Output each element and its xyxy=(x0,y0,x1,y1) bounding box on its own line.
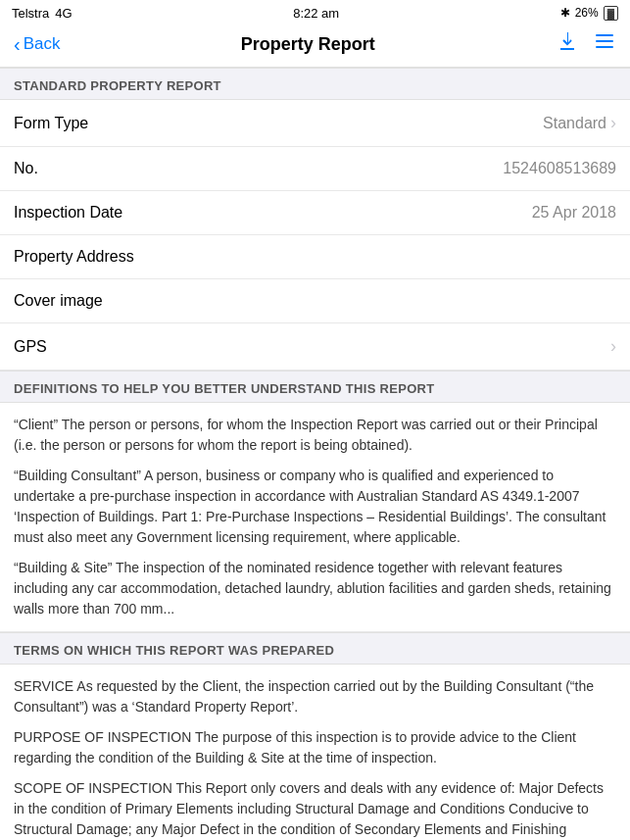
row-label-inspection-date: Inspection Date xyxy=(14,204,122,222)
carrier-label: Telstra xyxy=(12,6,49,21)
network-type-label: 4G xyxy=(55,6,72,21)
row-inspection-date: Inspection Date25 Apr 2018 xyxy=(0,191,630,235)
chevron-icon-form-type: › xyxy=(610,113,616,133)
row-value-no: 1524608513689 xyxy=(503,160,616,177)
row-value-form-type: Standard› xyxy=(543,113,616,133)
battery-icon: ▓ xyxy=(604,6,618,21)
text-section-definitions: “Client” The person or persons, for whom… xyxy=(0,403,630,632)
sections-container: STANDARD PROPERTY REPORTForm TypeStandar… xyxy=(0,68,630,840)
back-button[interactable]: ‹ Back xyxy=(14,33,60,56)
nav-actions xyxy=(556,29,616,59)
paragraph: “Building Consultant” A person, business… xyxy=(14,466,616,548)
section-header-definitions: DEFINITIONS TO HELP YOU BETTER UNDERSTAN… xyxy=(0,371,630,403)
row-value-gps: › xyxy=(610,336,616,357)
svg-rect-1 xyxy=(596,40,613,42)
row-gps[interactable]: GPS› xyxy=(0,323,630,371)
paragraph: SCOPE OF INSPECTION This Report only cov… xyxy=(14,778,616,840)
paragraph: SERVICE As requested by the Client, the … xyxy=(14,676,616,717)
row-property-address: Property Address xyxy=(0,235,630,279)
paragraph: “Building & Site” The inspection of the … xyxy=(14,558,616,619)
row-label-no: No. xyxy=(14,160,38,177)
paragraph: “Client” The person or persons, for whom… xyxy=(14,415,616,456)
chevron-left-icon: ‹ xyxy=(14,33,21,56)
status-time: 8:22 am xyxy=(293,6,339,21)
section-header-standard-property-report: STANDARD PROPERTY REPORT xyxy=(0,68,630,100)
row-cover-image: Cover image xyxy=(0,279,630,323)
row-no: No.1524608513689 xyxy=(0,147,630,191)
menu-button[interactable] xyxy=(593,29,616,59)
row-label-cover-image: Cover image xyxy=(14,292,103,310)
bluetooth-icon: ✱ xyxy=(560,6,570,20)
battery-percent: 26% xyxy=(575,6,599,20)
download-icon xyxy=(556,30,579,54)
text-section-terms: SERVICE As requested by the Client, the … xyxy=(0,665,630,840)
svg-rect-2 xyxy=(596,46,613,48)
svg-rect-0 xyxy=(596,34,613,36)
page-title: Property Report xyxy=(241,34,375,55)
download-button[interactable] xyxy=(556,30,579,59)
status-left: Telstra 4G xyxy=(12,6,73,21)
chevron-icon-gps: › xyxy=(610,336,616,357)
row-label-gps: GPS xyxy=(14,338,47,356)
nav-bar: ‹ Back Property Report xyxy=(0,24,630,68)
row-label-form-type: Form Type xyxy=(14,115,88,132)
back-label[interactable]: Back xyxy=(24,34,61,54)
section-header-terms: TERMS ON WHICH THIS REPORT WAS PREPARED xyxy=(0,632,630,665)
row-label-property-address: Property Address xyxy=(14,248,134,266)
row-form-type[interactable]: Form TypeStandard› xyxy=(0,100,630,147)
status-bar: Telstra 4G 8:22 am ✱ 26% ▓ xyxy=(0,0,630,24)
row-value-inspection-date: 25 Apr 2018 xyxy=(532,204,616,222)
status-right: ✱ 26% ▓ xyxy=(560,6,618,21)
paragraph: PURPOSE OF INSPECTION The purpose of thi… xyxy=(14,727,616,768)
menu-icon xyxy=(593,29,616,53)
